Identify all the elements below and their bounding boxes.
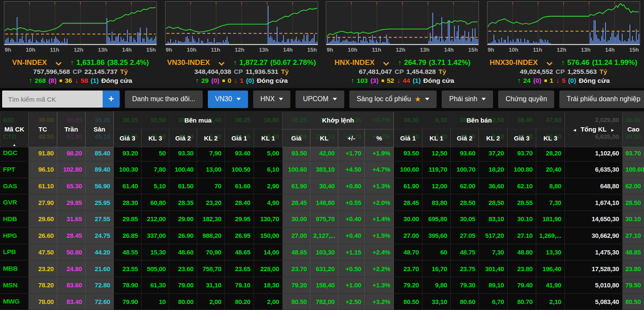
matched-price-cell[interactable]: 48.65 [282, 244, 310, 260]
scroll-columns-right-icon[interactable]: ► [611, 128, 615, 132]
buy-vol-3-cell[interactable]: 7,80 [141, 161, 169, 178]
sell-vol-3-cell[interactable]: 7,30 [536, 194, 564, 211]
ref-price-cell[interactable]: 26.60 [28, 227, 57, 244]
sell-price-3-cell[interactable]: 100.80 [507, 161, 536, 178]
sell-price-1-cell[interactable]: 48.70 [393, 244, 422, 260]
buy-vol-3-cell[interactable]: 212,00 [141, 211, 169, 228]
ref-price-cell[interactable]: 61.10 [28, 178, 57, 194]
high-price-cell[interactable]: 100.60 [622, 161, 644, 178]
high-price-cell[interactable]: 80.50 [622, 293, 644, 310]
matched-vol-cell[interactable]: 975,70 [310, 211, 338, 228]
buy-price-1-cell[interactable]: 26.95 [225, 227, 254, 244]
corporate-bond-button[interactable]: Trái phiếu doanh nghiệp [559, 91, 644, 108]
matched-price-cell[interactable]: 23.70 [282, 260, 310, 277]
matched-vol-cell[interactable]: 383,10 [310, 161, 338, 178]
buy-vol-1-cell[interactable]: 2,90 [254, 178, 282, 194]
change-pct-cell[interactable]: +1.3% [364, 277, 393, 293]
sell-vol-2-cell[interactable]: 517,20 [479, 227, 507, 244]
sell-price-2-cell[interactable]: 80.60 [450, 293, 479, 310]
sell-price-3-cell[interactable]: 27.10 [507, 227, 536, 244]
ref-price-cell[interactable]: 47.50 [28, 244, 57, 260]
sell-vol-3-cell[interactable]: 8,80 [536, 178, 564, 194]
sell-vol-2-cell[interactable]: 18,20 [479, 161, 507, 178]
symbol-cell[interactable]: LPB [0, 244, 28, 260]
stock-screener-button[interactable]: Sàng lọc cổ phiếu★ [349, 91, 437, 108]
buy-price-3-cell[interactable]: 26.85 [113, 227, 141, 244]
buy-price-1-cell[interactable]: 80.20 [225, 293, 254, 310]
sell-price-1-cell[interactable]: 23.70 [393, 260, 422, 277]
symbol-cell[interactable]: GVR [0, 194, 28, 211]
buy-vol-1-cell[interactable]: 14,00 [254, 244, 282, 260]
high-price-cell[interactable]: 28.50 [622, 194, 644, 211]
sell-vol-1-cell[interactable]: 33,10 [422, 293, 450, 310]
chevron-down-icon[interactable] [51, 60, 66, 66]
derivatives-button[interactable]: Phái sinh [442, 91, 493, 108]
sell-vol-1-cell[interactable]: 695,80 [422, 211, 450, 228]
sell-vol-2-cell[interactable]: 28,50 [479, 194, 507, 211]
floor-price-cell[interactable]: 25.95 [85, 194, 113, 211]
total-volume-cell[interactable]: 30,662,90 [564, 227, 622, 244]
floor-price-cell[interactable]: 56.90 [85, 178, 113, 194]
sell-price-2-cell[interactable]: 48.75 [450, 244, 479, 260]
upcom-board-button[interactable]: UPCOM [295, 91, 344, 108]
buy-price-2-cell[interactable]: 79.00 [169, 277, 197, 293]
sell-price-1-cell[interactable]: 28.45 [393, 194, 422, 211]
buy-price-1-cell[interactable]: 29.95 [225, 211, 254, 228]
buy-vol-1-cell[interactable]: 4,90 [254, 194, 282, 211]
high-price-cell[interactable]: 48.85 [622, 244, 644, 260]
stock-row-mwg[interactable]: MWG78.0083.4072.6079.901080.002,0080.202… [0, 293, 644, 310]
stock-row-hdb[interactable]: HDB29.6031.6527.5529.85212,0029.90182,30… [0, 211, 644, 228]
ref-price-cell[interactable]: 23.20 [28, 260, 57, 277]
change-pct-cell[interactable]: +1.5% [364, 227, 393, 244]
matched-price-cell[interactable]: 61.90 [282, 178, 310, 194]
total-volume-cell[interactable]: 5,010,80 [564, 277, 622, 293]
covered-warrant-button[interactable]: Chứng quyền [498, 91, 554, 108]
buy-vol-2-cell[interactable]: 70,90 [197, 244, 225, 260]
scroll-columns-left-icon[interactable]: ◄ [573, 128, 577, 132]
ceiling-price-cell[interactable]: 83.60 [57, 277, 85, 293]
symbol-cell[interactable]: HPG [0, 227, 28, 244]
total-volume-cell[interactable]: 1,475,30 [564, 244, 622, 260]
ceiling-price-cell[interactable]: 65.30 [57, 178, 85, 194]
sell-price-1-cell[interactable]: 27.00 [393, 227, 422, 244]
matched-price-cell[interactable]: 30.00 [282, 211, 310, 228]
stock-row-gvr[interactable]: GVR27.9029.8525.9528.3060,8028.3523,2028… [0, 194, 644, 211]
buy-vol-1-cell[interactable]: 18,30 [254, 277, 282, 293]
buy-price-3-cell[interactable]: 79.90 [113, 293, 141, 310]
stock-row-msn[interactable]: MSN78.2083.6072.8078.9061,3079.0031,1079… [0, 277, 644, 293]
sell-price-3-cell[interactable]: 62.10 [507, 178, 536, 194]
stock-row-lpb[interactable]: LPB47.5050.8044.2048.5515,3048.6070,9048… [0, 244, 644, 260]
buy-price-1-cell[interactable]: 79.10 [225, 277, 254, 293]
symbol-cell[interactable]: MSN [0, 277, 28, 293]
sell-vol-1-cell[interactable]: 119,70 [422, 161, 450, 178]
sell-price-1-cell[interactable]: 61.90 [393, 178, 422, 194]
total-volume-cell[interactable]: 6,635,30 [564, 161, 622, 178]
ceiling-price-cell[interactable]: 31.65 [57, 211, 85, 228]
buy-price-3-cell[interactable]: 78.90 [113, 277, 141, 293]
buy-vol-2-cell[interactable]: 182,30 [197, 211, 225, 228]
sell-vol-1-cell[interactable]: 60 [422, 244, 450, 260]
change-cell[interactable]: +0.55 [338, 194, 364, 211]
high-price-cell[interactable]: 23.80 [622, 260, 644, 277]
change-pct-cell[interactable]: +2.2% [364, 260, 393, 277]
ref-price-cell[interactable]: 78.00 [28, 293, 57, 310]
hnx-board-button[interactable]: HNX [253, 91, 291, 108]
change-pct-cell[interactable]: +3.2% [364, 293, 393, 310]
chevron-down-icon[interactable] [542, 60, 557, 66]
buy-price-3-cell[interactable]: 61.40 [113, 178, 141, 194]
change-cell[interactable]: +0.40 [338, 211, 364, 228]
sell-vol-1-cell[interactable]: 395,60 [422, 227, 450, 244]
buy-vol-3-cell[interactable]: 15,30 [141, 244, 169, 260]
sell-price-3-cell[interactable]: 48.80 [507, 244, 536, 260]
buy-vol-2-cell[interactable]: 2,00 [197, 293, 225, 310]
symbol-cell[interactable]: MWG [0, 293, 28, 310]
ceiling-price-cell[interactable]: 24.80 [57, 260, 85, 277]
buy-vol-2-cell[interactable]: 23,20 [197, 194, 225, 211]
change-cell[interactable]: +2.50 [338, 293, 364, 310]
matched-vol-cell[interactable]: 631,20 [310, 260, 338, 277]
change-cell[interactable]: +1.00 [338, 277, 364, 293]
change-cell[interactable]: +0.80 [338, 178, 364, 194]
buy-price-2-cell[interactable]: 48.60 [169, 244, 197, 260]
buy-vol-2-cell[interactable]: 13,00 [197, 161, 225, 178]
buy-price-2-cell[interactable]: 28.35 [169, 194, 197, 211]
